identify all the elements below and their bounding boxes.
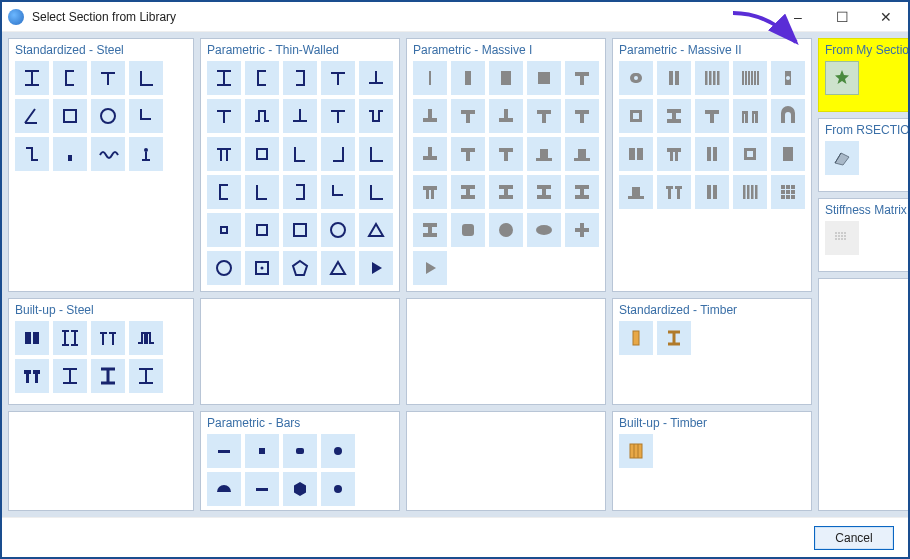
section-tile-star[interactable] (825, 61, 859, 95)
section-tile-circle-sm[interactable] (321, 472, 355, 506)
section-tile-Tsection-r[interactable] (359, 61, 393, 95)
section-tile-Ibeam[interactable] (207, 61, 241, 95)
section-tile-Tmass[interactable] (451, 137, 485, 171)
section-tile-hat[interactable] (245, 99, 279, 133)
section-tile-bars4[interactable] (695, 61, 729, 95)
section-tile-pentagon[interactable] (283, 251, 317, 285)
minimize-button[interactable]: – (776, 3, 820, 31)
section-tile-dot-head[interactable] (129, 137, 163, 171)
section-tile-cross[interactable] (565, 213, 599, 247)
section-tile-bars2[interactable] (657, 61, 691, 95)
section-tile-Imass[interactable] (565, 175, 599, 209)
section-tile-angle[interactable] (15, 99, 49, 133)
section-tile-rect-tube[interactable] (283, 213, 317, 247)
section-tile-timber[interactable] (619, 321, 653, 355)
section-tile-Tsection[interactable] (321, 61, 355, 95)
section-tile-Tmass[interactable] (527, 99, 561, 133)
section-tile-rrect[interactable] (451, 213, 485, 247)
section-tile-circle-out[interactable] (207, 251, 241, 285)
section-tile-bars6[interactable] (733, 61, 767, 95)
section-tile-Imass[interactable] (451, 175, 485, 209)
section-tile-Cchan-r[interactable] (283, 61, 317, 95)
section-tile-bar[interactable] (451, 61, 485, 95)
section-tile-circ-tube[interactable] (321, 213, 355, 247)
section-tile-play[interactable] (413, 251, 447, 285)
section-tile-box[interactable] (245, 137, 279, 171)
section-tile-box2[interactable] (15, 321, 49, 355)
section-tile-o-slot[interactable] (619, 61, 653, 95)
section-tile-box[interactable] (245, 213, 279, 247)
section-tile-Imass[interactable] (527, 175, 561, 209)
section-tile-base[interactable] (53, 137, 87, 171)
section-tile-rect-tube[interactable] (53, 99, 87, 133)
section-tile-Langle[interactable] (359, 175, 393, 209)
section-tile-Cchan[interactable] (207, 175, 241, 209)
section-tile-Tsection[interactable] (207, 99, 241, 133)
section-tile-timber-wide[interactable] (619, 434, 653, 468)
section-tile-Ibeam[interactable] (129, 359, 163, 393)
section-tile-bar-hole[interactable] (771, 61, 805, 95)
section-tile-grid9[interactable] (771, 175, 805, 209)
section-tile-triangle[interactable] (359, 213, 393, 247)
section-tile-wave[interactable] (91, 137, 125, 171)
section-tile-Tmass[interactable] (565, 61, 599, 95)
section-tile-Ibeam[interactable] (53, 359, 87, 393)
section-tile-Ibeam-th[interactable] (91, 359, 125, 393)
section-tile-Langle[interactable] (129, 61, 163, 95)
section-tile-rsec[interactable] (825, 141, 859, 175)
section-tile-Cchan-r[interactable] (283, 175, 317, 209)
section-tile-Tmass-r[interactable] (489, 99, 523, 133)
section-tile-circle[interactable] (489, 213, 523, 247)
section-tile-half[interactable] (207, 472, 241, 506)
section-tile-small-box[interactable] (207, 213, 241, 247)
section-tile-triangle[interactable] (321, 251, 355, 285)
section-tile-Tmass-r[interactable] (413, 137, 447, 171)
section-tile-bar-wide[interactable] (771, 137, 805, 171)
section-tile-square-sm[interactable] (245, 434, 279, 468)
section-tile-circ-tube[interactable] (91, 99, 125, 133)
section-tile-bar-flat[interactable] (207, 434, 241, 468)
section-tile-Imass[interactable] (413, 213, 447, 247)
section-tile-Tmass[interactable] (695, 99, 729, 133)
section-tile-Tmass-r[interactable] (413, 99, 447, 133)
section-tile-Tsection-r[interactable] (283, 99, 317, 133)
cancel-button[interactable]: Cancel (814, 526, 894, 550)
section-tile-bar-flat[interactable] (245, 472, 279, 506)
section-tile-play[interactable] (359, 251, 393, 285)
section-tile-pi[interactable] (207, 137, 241, 171)
section-tile-bar-wide[interactable] (489, 61, 523, 95)
section-tile-Lshape2[interactable] (129, 99, 163, 133)
maximize-button[interactable]: ☐ (820, 3, 864, 31)
section-tile-circle-sm[interactable] (321, 434, 355, 468)
section-tile-Tmass[interactable] (451, 99, 485, 133)
section-tile-box-h[interactable] (619, 99, 653, 133)
section-tile-square[interactable] (527, 61, 561, 95)
section-tile-box-dots[interactable] (245, 251, 279, 285)
section-tile-bars2[interactable] (695, 175, 729, 209)
section-tile-box2[interactable] (619, 137, 653, 171)
section-tile-Tmass2[interactable] (15, 359, 49, 393)
section-tile-double-t[interactable] (657, 175, 691, 209)
section-tile-Imass[interactable] (489, 175, 523, 209)
section-tile-Zshape[interactable] (15, 137, 49, 171)
section-tile-Ibeam2[interactable] (53, 321, 87, 355)
section-tile-Lshape[interactable] (245, 175, 279, 209)
section-tile-hat2[interactable] (129, 321, 163, 355)
section-tile-Tsection2[interactable] (91, 321, 125, 355)
section-tile-Lshape2[interactable] (321, 175, 355, 209)
section-tile-hat-mass[interactable] (565, 137, 599, 171)
section-tile-Cchan[interactable] (53, 61, 87, 95)
section-tile-ellipse[interactable] (527, 213, 561, 247)
section-tile-pi-mass[interactable] (657, 137, 691, 171)
section-tile-box-h[interactable] (733, 137, 767, 171)
close-button[interactable]: ✕ (864, 3, 908, 31)
section-tile-Lshape[interactable] (283, 137, 317, 171)
section-tile-Ibeam[interactable] (15, 61, 49, 95)
section-tile-matrix[interactable] (825, 221, 859, 255)
section-tile-timber-i[interactable] (657, 321, 691, 355)
section-tile-arch2[interactable] (733, 99, 767, 133)
section-tile-Lshape-r[interactable] (321, 137, 355, 171)
section-tile-Imass[interactable] (657, 99, 691, 133)
section-tile-Tsection[interactable] (321, 99, 355, 133)
section-tile-Tmass[interactable] (489, 137, 523, 171)
